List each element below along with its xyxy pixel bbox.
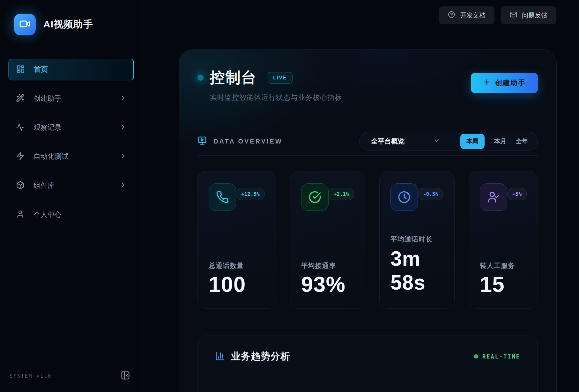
sidebar-item-label: 自动化测试 [33,152,111,161]
create-assistant-label: 创建助手 [495,78,526,88]
stat-value-line2: 58s [390,271,443,295]
user-icon [16,210,25,220]
console-title-row: 控制台 LIVE [197,68,342,88]
stat-card-answer-rate: +2.1% 平均接通率 93% [290,171,365,309]
trend-title-row: 业务趋势分析 [215,350,290,363]
user-check-icon [480,183,507,211]
mail-icon [510,11,517,20]
sidebar-header: AI视频助手 [0,0,143,49]
data-overview-heading: DATA OVERVIEW [197,136,283,147]
sidebar-item-label: 创建助手 [33,94,111,103]
sidebar-nav: 首页 创建助手 观察记录 自动化测试 组件库 [0,49,143,360]
stat-label: 平均通话时长 [390,235,443,244]
stat-card-top: +5% [480,183,527,211]
stat-card-bottom: 总通话数量 100 [209,261,265,295]
activity-icon [16,123,25,133]
chevron-right-icon [120,152,127,161]
chevron-right-icon [120,123,127,132]
panel-collapse-icon [121,371,130,381]
sidebar-item-label: 首页 [34,65,126,74]
sidebar-item-label: 个人中心 [33,210,127,219]
zap-icon [16,152,25,162]
stat-label: 平均接通率 [301,261,354,270]
stats-row: +12.5% 总通话数量 100 +2.1% 平均接通率 93% [197,171,538,309]
topbar: 开发文档 问题反馈 [143,6,556,24]
change-badge: -0.5% [418,188,443,200]
stat-value: 100 [209,273,265,295]
page-subtitle: 实时监控智能体运行状态与业务核心指标 [210,93,342,102]
stat-card-top: +2.1% [301,183,354,211]
stat-card-human-transfer: +5% 转人工服务 15 [469,171,538,309]
data-overview-label: DATA OVERVIEW [213,138,283,145]
dashboard-icon [16,65,25,75]
sidebar-item-observation-records[interactable]: 观察记录 [8,117,134,138]
phone-icon [209,183,236,211]
system-version: SYSTEM v1.0 [10,373,52,379]
time-range-tabs: 本周 本月 全年 [452,134,538,149]
trend-analysis-card: 业务趋势分析 REAL-TIME [197,336,538,392]
chevron-down-icon [433,137,440,145]
live-badge: LIVE [268,72,293,84]
stat-label: 总通话数量 [209,261,265,270]
change-badge: +2.1% [329,188,354,200]
stat-card-bottom: 转人工服务 15 [480,261,527,295]
stat-card-avg-duration: -0.5% 平均通话时长 3m 58s [379,171,455,309]
divider [197,155,538,156]
stat-value-line1: 3m [390,247,443,271]
sidebar-item-create-assistant[interactable]: 创建助手 [8,88,134,109]
main-content: 开发文档 问题反馈 控制台 LIVE 实时监控智能体运行状态与业务核心指标 [143,0,579,392]
platform-dropdown-value: 全平台概览 [371,137,405,146]
stat-card-bottom: 平均通话时长 3m 58s [390,235,443,295]
stat-value: 3m 58s [390,247,443,295]
tab-week[interactable]: 本周 [460,134,485,149]
sidebar: AI视频助手 首页 创建助手 观察记录 自动化测试 [0,0,143,392]
stat-value: 15 [480,273,527,295]
sidebar-item-personal-center[interactable]: 个人中心 [8,204,134,226]
change-badge: +5% [507,188,527,200]
console-panel: 控制台 LIVE 实时监控智能体运行状态与业务核心指标 创建助手 DATA OV… [179,49,557,392]
check-circle-icon [301,183,329,211]
dev-docs-label: 开发文档 [460,11,486,20]
chevron-right-icon [120,181,127,190]
sidebar-footer: SYSTEM v1.0 [0,360,143,392]
video-camera-icon [19,18,31,31]
stat-value: 93% [301,273,354,295]
realtime-label: REAL-TIME [482,353,520,360]
realtime-status: REAL-TIME [474,353,520,360]
create-assistant-button[interactable]: 创建助手 [471,73,538,93]
trend-title: 业务趋势分析 [231,350,290,363]
platform-dropdown[interactable]: 全平台概览 [360,137,452,146]
chevron-right-icon [120,94,127,103]
change-badge: +12.5% [236,188,265,200]
help-circle-icon [448,11,455,20]
app-logo [14,14,36,35]
stat-label: 转人工服务 [480,261,527,270]
status-dot [197,75,204,81]
dev-docs-button[interactable]: 开发文档 [439,6,494,24]
sidebar-item-label: 组件库 [33,181,111,190]
wand-icon [16,94,25,104]
green-status-dot [474,354,478,359]
data-overview-row: DATA OVERVIEW 全平台概览 本周 本月 全年 [197,132,538,151]
clock-icon [390,183,418,211]
stat-card-top: -0.5% [390,183,443,211]
console-panel-header: 控制台 LIVE 实时监控智能体运行状态与业务核心指标 创建助手 [197,68,538,102]
collapse-sidebar-button[interactable] [120,370,131,382]
overview-controls: 全平台概览 本周 本月 全年 [359,132,538,151]
stat-card-bottom: 平均接通率 93% [301,261,354,295]
box-icon [16,181,25,191]
sidebar-item-automation-testing[interactable]: 自动化测试 [8,146,134,167]
feedback-button[interactable]: 问题反馈 [501,6,556,24]
tab-year[interactable]: 全年 [516,137,528,145]
console-heading-block: 控制台 LIVE 实时监控智能体运行状态与业务核心指标 [197,68,342,102]
app-title: AI视频助手 [43,18,93,31]
bar-chart-icon [215,351,225,362]
plus-icon [483,78,491,88]
app-root: AI视频助手 首页 创建助手 观察记录 自动化测试 [0,0,579,392]
stat-card-top: +12.5% [209,183,265,211]
sidebar-item-component-library[interactable]: 组件库 [8,175,134,196]
trend-header: 业务趋势分析 REAL-TIME [215,350,520,363]
stat-card-total-calls: +12.5% 总通话数量 100 [197,171,276,309]
tab-month[interactable]: 本月 [494,137,506,145]
sidebar-item-home[interactable]: 首页 [8,59,134,80]
